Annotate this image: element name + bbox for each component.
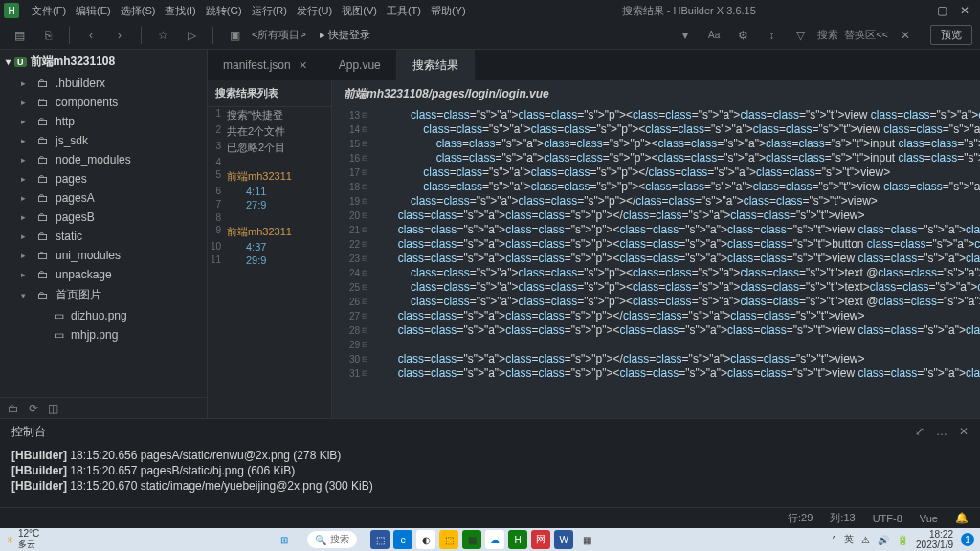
status-bar: 行:29 列:13 UTF-8 Vue 🔔 [0,507,980,528]
chevron-right-icon: ▸ [21,231,31,241]
image-icon: ▭ [52,328,65,342]
folder-item[interactable]: ▸🗀pagesB [0,208,207,227]
search-result-line[interactable]: 8 [208,211,331,224]
taskbar-clock[interactable]: 18:22 2023/1/9 [916,529,953,550]
folder-item[interactable]: ▸🗀http [0,112,207,131]
menu-item[interactable]: 工具(T) [382,5,426,16]
folder-item[interactable]: ▸🗀pages [0,169,207,188]
search-result-line[interactable]: 2共在2个文件 [208,123,331,140]
menu-item[interactable]: 文件(F) [27,5,71,16]
taskbar-app-4[interactable]: ⬚ [439,530,458,549]
run-target[interactable]: ▸ 快捷登录 [320,28,370,42]
tray-chevron-icon[interactable]: ˄ [832,535,836,545]
console-close-icon[interactable]: ✕ [959,425,969,438]
maximize-button[interactable]: ▢ [930,4,953,17]
taskbar-search[interactable]: 🔍 搜索 [307,531,357,548]
code-content[interactable]: class=class="s">"a">class=class="s">"p">… [372,108,980,418]
taskbar-app-6[interactable]: ☁ [485,530,504,549]
new-file-icon[interactable]: ▤ [8,24,31,47]
notification-badge[interactable]: 1 [961,533,974,546]
forward-icon[interactable]: › [108,24,131,47]
folder-item[interactable]: ▸🗀unpackage [0,265,207,284]
search-result-line[interactable]: 3已忽略2个目 [208,140,331,156]
project-selector[interactable]: <所有项目> [252,28,306,42]
ime-indicator[interactable]: 英 [844,533,854,546]
taskbar-app-2[interactable]: e [393,530,412,549]
files-view-icon[interactable]: 🗀 [8,402,19,415]
console-more-icon[interactable]: … [936,425,947,438]
wifi-icon[interactable]: ⚠ [861,535,870,545]
console-expand-icon[interactable]: ⤢ [915,425,924,438]
search-result-line[interactable]: 1搜索"快捷登 [208,107,331,123]
search-result-line[interactable]: 727:9 [208,198,331,211]
collapse-icon[interactable]: ▾ [674,24,697,47]
status-encoding[interactable]: UTF-8 [873,513,902,524]
weather-widget[interactable]: ☀ 12°C 多云 [6,528,39,551]
taskbar-app-5[interactable]: ▦ [462,530,481,549]
search-result-line[interactable]: 4 [208,156,331,168]
editor-tab[interactable]: App.vue [323,50,397,80]
filter-icon[interactable]: ▽ [789,24,812,47]
close-tab-icon[interactable]: ✕ [299,59,307,72]
folder-item[interactable]: ▸🗀uni_modules [0,246,207,265]
taskbar-app-7[interactable]: H [508,530,527,549]
folder-item[interactable]: ▸🗀components [0,93,207,112]
editor-tab[interactable]: 搜索结果 [397,50,475,80]
chevron-right-icon: ▸ [21,251,31,260]
search-result-line[interactable]: 9前端mh32311 [208,224,331,240]
star-icon[interactable]: ☆ [151,24,174,47]
taskbar-app-8[interactable]: 网 [531,530,550,549]
taskbar-app-10[interactable]: ▦ [577,530,596,549]
folder-item[interactable]: ▸🗀static [0,227,207,246]
close-button[interactable]: ✕ [953,4,976,17]
clear-icon[interactable]: ✕ [894,24,917,47]
menu-item[interactable]: 查找(I) [160,5,200,16]
folder-item[interactable]: ▸🗀js_sdk [0,131,207,150]
project-name: 前端mh3231108 [31,54,116,70]
search-result-line[interactable]: 104:37 [208,240,331,253]
taskbar-app-3[interactable]: ◐ [416,530,435,549]
back-icon[interactable]: ‹ [79,24,102,47]
taskbar-app-9[interactable]: W [554,530,573,549]
editor-tab[interactable]: manifest.json✕ [208,50,323,80]
menu-item[interactable]: 编辑(E) [71,5,116,16]
folder-icon: 🗀 [36,134,50,147]
project-root[interactable]: ▾ U 前端mh3231108 [0,50,207,74]
menu-item[interactable]: 视图(V) [337,5,382,16]
run-icon[interactable]: ▷ [180,24,203,47]
search-result-line[interactable]: 1129:9 [208,253,331,267]
search-result-line[interactable]: 5前端mh32311 [208,168,331,185]
preview-button[interactable]: 预览 [930,25,972,45]
start-button[interactable]: ⊞ [275,530,294,549]
menu-item[interactable]: 运行(R) [247,5,292,16]
console-line: [HBuilder] 18:15:20.656 pagesA/static/re… [11,448,969,463]
case-icon[interactable]: ↕ [760,24,783,47]
menu-item[interactable]: 跳转(G) [201,5,247,16]
folder-item[interactable]: ▸🗀.hbuilderx [0,74,207,93]
menu-item[interactable]: 帮助(Y) [426,5,471,16]
file-item[interactable]: ▭dizhuo.png [0,306,207,325]
font-size-icon[interactable]: Aa [702,24,725,47]
menu-item[interactable]: 选择(S) [116,5,161,16]
search-result-line[interactable]: 64:11 [208,185,331,198]
save-icon[interactable]: ⎘ [36,24,59,47]
settings-icon[interactable]: ⚙ [731,24,754,47]
notifications-icon[interactable]: 🔔 [955,512,969,524]
minimize-button[interactable]: — [907,4,930,17]
terminal-icon[interactable]: ▣ [223,24,246,47]
replace-input[interactable]: 替换区<< [844,28,888,42]
folder-item[interactable]: ▸🗀node_modules [0,150,207,169]
menu-item[interactable]: 发行(U) [292,5,337,16]
outline-icon[interactable]: ◫ [48,402,58,415]
search-input[interactable]: 搜索 [817,28,838,42]
taskbar-app-1[interactable]: ⬚ [370,530,390,549]
status-line: 行:29 [788,511,813,525]
code-editor[interactable]: 前端mh3231108/pages/login/login.vue 13⊟14⊟… [332,80,980,418]
battery-icon[interactable]: 🔋 [897,535,908,545]
file-item[interactable]: ▭mhjp.png [0,325,207,344]
folder-item[interactable]: ▸🗀pagesA [0,188,207,208]
status-language[interactable]: Vue [920,513,938,524]
folder-open[interactable]: ▾ 🗀 首页图片 [0,284,207,306]
volume-icon[interactable]: 🔊 [878,535,889,545]
refresh-icon[interactable]: ⟳ [29,402,38,415]
